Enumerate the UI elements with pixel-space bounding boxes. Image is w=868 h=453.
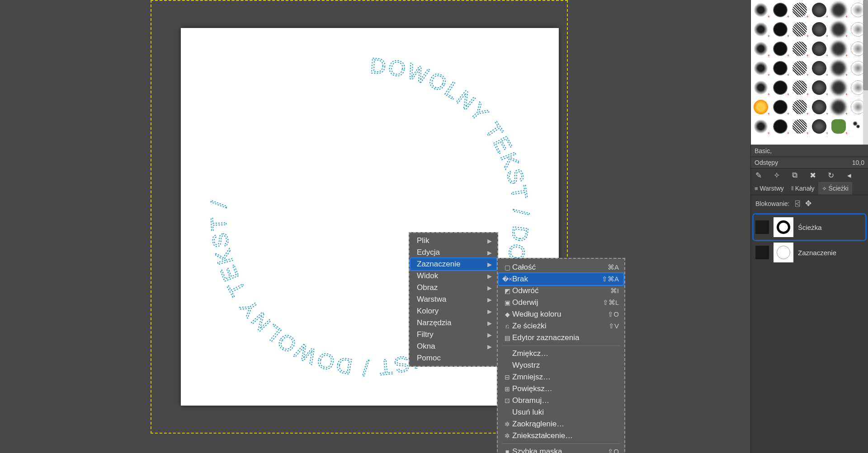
selection-submenu[interactable]: ▢Całość⌘A�× Brak⇧⌘A◩Odwróć⌘I▣Oderwij⇧⌘L◆… <box>497 258 625 453</box>
brush-name-label: Basic, <box>751 145 868 157</box>
shortcut-label: ⇧Q <box>608 448 619 453</box>
path-item-zaznaczenie[interactable]: Zaznaczenie <box>754 240 865 265</box>
path-item-ścieżka[interactable]: Ścieżka <box>754 215 865 240</box>
submenu-item-usuńluki[interactable]: Usuń luki <box>498 406 624 418</box>
brush-item[interactable]: + <box>751 97 770 117</box>
brush-item[interactable]: + <box>770 117 790 136</box>
brush-item[interactable]: + <box>790 117 809 136</box>
brush-item[interactable]: + <box>829 58 848 78</box>
brush-item[interactable]: + <box>809 78 829 97</box>
brush-item[interactable]: + <box>770 39 790 58</box>
canvas-area[interactable]: DOWOLNY TEKST / DOWOLNY TEKST / DOWOLNY … <box>0 0 750 453</box>
submenu-item-oderwij[interactable]: ▣Oderwij⇧⌘L <box>498 297 624 308</box>
tab-channels[interactable]: ⦀Kanały <box>788 182 818 195</box>
menu-icon: ▣ <box>502 299 512 306</box>
menu-brush-icon[interactable]: ◂ <box>845 171 853 179</box>
new-brush-icon[interactable]: ✧ <box>773 171 781 179</box>
spacing-value: 10,0 <box>852 159 864 166</box>
brush-item[interactable]: + <box>809 58 829 78</box>
brush-item[interactable]: + <box>770 97 790 117</box>
refresh-brush-icon[interactable]: ↻ <box>827 171 835 179</box>
tab-paths[interactable]: ✧Ścieżki <box>818 182 852 195</box>
delete-brush-icon[interactable]: ✖ <box>809 171 817 179</box>
menu-item-plik[interactable]: Plik▶ <box>410 235 497 247</box>
lock-content-icon[interactable]: ⍃ <box>795 199 800 208</box>
edit-brush-icon[interactable]: ✎ <box>755 171 763 179</box>
chevron-right-icon: ▶ <box>487 238 492 244</box>
menu-item-edycja[interactable]: Edycja▶ <box>410 247 497 258</box>
brush-item[interactable]: + <box>790 19 809 39</box>
brush-item[interactable]: + <box>829 78 848 97</box>
menu-item-filtry[interactable]: Filtry▶ <box>410 329 497 341</box>
brush-palette[interactable]: ++++++++++++++++++++++++++++++++++++++++… <box>751 0 868 145</box>
submenu-item-zaokrąglenie[interactable]: ✲Zaokrąglenie… <box>498 418 624 430</box>
menu-item-warstwa[interactable]: Warstwa▶ <box>410 294 497 305</box>
brush-item[interactable]: + <box>790 58 809 78</box>
brush-item[interactable]: + <box>751 78 770 97</box>
submenu-item-zmniejsz[interactable]: ⊟Zmniejsz… <box>498 371 624 383</box>
brush-spacing-row[interactable]: Odstępy 10,0 <box>751 157 868 168</box>
brush-item[interactable]: + <box>829 39 848 58</box>
submenu-item-całość[interactable]: ▢Całość⌘A <box>498 262 624 273</box>
brush-item[interactable]: + <box>770 19 790 39</box>
brush-item[interactable]: + <box>751 19 770 39</box>
shortcut-label: ⇧V <box>609 322 619 330</box>
brush-item[interactable]: + <box>790 0 809 19</box>
submenu-item-powiększ[interactable]: ⊞Powiększ… <box>498 383 624 395</box>
menu-item-zaznaczenie[interactable]: Zaznaczenie▶ <box>410 257 497 271</box>
visibility-toggle[interactable] <box>755 220 769 234</box>
menu-item-okna[interactable]: Okna▶ <box>410 341 497 352</box>
menu-item-kolory[interactable]: Kolory▶ <box>410 305 497 317</box>
brush-item[interactable]: + <box>809 0 829 19</box>
submenu-item-brak[interactable]: �× Brak⇧⌘A <box>498 272 624 286</box>
channels-icon: ⦀ <box>791 185 793 192</box>
context-menu[interactable]: Plik▶Edycja▶Zaznaczenie▶Widok▶Obraz▶Wars… <box>409 232 498 367</box>
menu-item-narzędzia[interactable]: Narzędzia▶ <box>410 317 497 329</box>
brush-item[interactable]: + <box>829 117 848 136</box>
submenu-item-obramuj[interactable]: ⊡Obramuj… <box>498 395 624 406</box>
shortcut-label: ⌘I <box>610 287 619 295</box>
chevron-right-icon: ▶ <box>487 332 492 338</box>
menu-icon: �× <box>502 276 512 283</box>
brush-item[interactable]: + <box>770 58 790 78</box>
brush-item[interactable]: + <box>751 117 770 136</box>
brush-item[interactable]: + <box>829 0 848 19</box>
brush-item[interactable]: + <box>829 97 848 117</box>
brush-item[interactable]: + <box>770 0 790 19</box>
brush-item[interactable]: + <box>809 19 829 39</box>
chevron-right-icon: ▶ <box>487 308 492 315</box>
brush-item[interactable]: + <box>809 39 829 58</box>
submenu-item-zmiękcz[interactable]: Zmiękcz… <box>498 348 624 360</box>
menu-item-pomoc[interactable]: Pomoc <box>410 352 497 364</box>
menu-item-widok[interactable]: Widok▶ <box>410 270 497 282</box>
path-name-label[interactable]: Zaznaczenie <box>798 249 836 257</box>
brush-item[interactable]: + <box>790 78 809 97</box>
submenu-item-ześcieżki[interactable]: ⎌Ze ścieżki⇧V <box>498 320 624 332</box>
shortcut-label: ⌘A <box>608 263 619 271</box>
submenu-item-wedługkoloru[interactable]: ◆Według koloru⇧O <box>498 308 624 320</box>
tab-layers[interactable]: ≡Warstwy <box>751 182 788 195</box>
scroll-thumb[interactable] <box>863 0 868 90</box>
menu-item-obraz[interactable]: Obraz▶ <box>410 282 497 294</box>
brush-item[interactable]: + <box>751 0 770 19</box>
brush-item[interactable]: + <box>809 97 829 117</box>
brush-item[interactable]: + <box>809 117 829 136</box>
brush-item[interactable]: + <box>790 97 809 117</box>
brush-item[interactable]: + <box>770 78 790 97</box>
lock-position-icon[interactable]: ✥ <box>805 199 811 208</box>
duplicate-brush-icon[interactable]: ⧉ <box>791 171 799 179</box>
brush-item[interactable]: + <box>829 19 848 39</box>
submenu-item-odwróć[interactable]: ◩Odwróć⌘I <box>498 285 624 297</box>
shortcut-label: ⇧⌘L <box>603 299 619 307</box>
path-name-label[interactable]: Ścieżka <box>798 224 822 231</box>
submenu-item-szybkamaska[interactable]: ■Szybka maska⇧Q <box>498 446 624 453</box>
visibility-toggle[interactable] <box>755 246 769 259</box>
submenu-item-zniekształcenie[interactable]: ✲Zniekształcenie… <box>498 430 624 442</box>
brush-item[interactable]: + <box>751 39 770 58</box>
submenu-item-edytorzaznaczenia[interactable]: ▤Edytor zaznaczenia <box>498 332 624 344</box>
brush-scrollbar[interactable] <box>863 0 868 145</box>
brush-item[interactable]: + <box>751 58 770 78</box>
shortcut-label: ⇧⌘A <box>602 275 619 283</box>
submenu-item-wyostrz[interactable]: Wyostrz <box>498 360 624 371</box>
brush-item[interactable]: + <box>790 39 809 58</box>
